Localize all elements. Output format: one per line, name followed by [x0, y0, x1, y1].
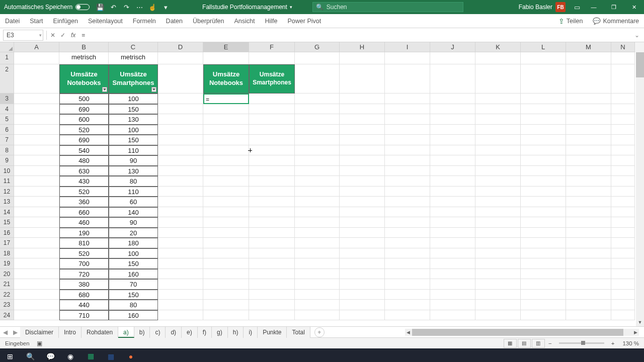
- cell-A5[interactable]: [14, 114, 59, 125]
- cell-D13[interactable]: [158, 197, 203, 207]
- cell-I1[interactable]: [385, 52, 430, 64]
- cell-M23[interactable]: [566, 300, 611, 310]
- cell-M24[interactable]: [566, 310, 611, 321]
- cell-H21[interactable]: [340, 279, 385, 290]
- sheet-tab-punkte[interactable]: Punkte: [258, 327, 287, 338]
- add-sheet-button[interactable]: +: [314, 327, 325, 337]
- cell-A1[interactable]: [14, 52, 59, 64]
- cell-F5[interactable]: [249, 114, 295, 125]
- cell-N22[interactable]: [611, 290, 635, 300]
- row-header-12[interactable]: 12: [0, 187, 14, 197]
- cell-H2[interactable]: [340, 64, 385, 94]
- cell-B2[interactable]: Umsätze Notebooks: [59, 64, 109, 94]
- cell-M7[interactable]: [566, 135, 611, 145]
- cell-K4[interactable]: [475, 104, 521, 115]
- firefox-taskbar-icon[interactable]: ●: [121, 348, 141, 362]
- cell-G15[interactable]: [295, 217, 340, 228]
- cell-J24[interactable]: [430, 310, 475, 321]
- cell-M22[interactable]: [566, 290, 611, 300]
- cell-J6[interactable]: [430, 125, 475, 135]
- cell-J17[interactable]: [430, 238, 475, 248]
- cell-M3[interactable]: [566, 94, 611, 104]
- cell-B10[interactable]: 630: [59, 166, 109, 176]
- cell-J11[interactable]: [430, 176, 475, 187]
- cell-A22[interactable]: [14, 290, 59, 300]
- cell-G24[interactable]: [295, 310, 340, 321]
- cell-F15[interactable]: [249, 217, 295, 228]
- minimize-button[interactable]: ―: [584, 0, 604, 14]
- cell-L10[interactable]: [521, 166, 566, 176]
- cell-M13[interactable]: [566, 197, 611, 207]
- cell-H10[interactable]: [340, 166, 385, 176]
- cell-G16[interactable]: [295, 228, 340, 238]
- cell-I19[interactable]: [385, 258, 430, 269]
- cell-J9[interactable]: [430, 155, 475, 166]
- cell-A4[interactable]: [14, 104, 59, 115]
- cell-N15[interactable]: [611, 217, 635, 228]
- cell-N12[interactable]: [611, 187, 635, 197]
- cell-K2[interactable]: [475, 64, 521, 94]
- cell-J13[interactable]: [430, 197, 475, 207]
- cell-M20[interactable]: [566, 269, 611, 280]
- ribbon-display-icon[interactable]: ▭: [572, 2, 582, 12]
- cell-H18[interactable]: [340, 248, 385, 259]
- start-button[interactable]: ⊞: [0, 348, 20, 362]
- cell-A16[interactable]: [14, 228, 59, 238]
- cell-C13[interactable]: 60: [109, 197, 158, 207]
- cell-C6[interactable]: 100: [109, 125, 158, 135]
- cell-B24[interactable]: 710: [59, 310, 109, 321]
- column-header-D[interactable]: D: [158, 42, 203, 52]
- cell-J3[interactable]: [430, 94, 475, 104]
- cell-F13[interactable]: [249, 197, 295, 207]
- cell-D9[interactable]: [158, 155, 203, 166]
- cell-D15[interactable]: [158, 217, 203, 228]
- cell-H9[interactable]: [340, 155, 385, 166]
- name-box[interactable]: E3▾: [3, 30, 43, 41]
- cell-J23[interactable]: [430, 300, 475, 310]
- cell-G3[interactable]: [295, 94, 340, 104]
- cell-C2[interactable]: Umsätze Smartphones: [109, 64, 158, 94]
- cell-A9[interactable]: [14, 155, 59, 166]
- cell-I3[interactable]: [385, 94, 430, 104]
- cell-G14[interactable]: [295, 207, 340, 218]
- cell-B1[interactable]: metrisch: [59, 52, 109, 64]
- cell-E18[interactable]: [203, 248, 249, 259]
- cell-G1[interactable]: [295, 52, 340, 64]
- cell-A15[interactable]: [14, 217, 59, 228]
- cell-H19[interactable]: [340, 258, 385, 269]
- search-box[interactable]: 🔍 Suchen: [312, 2, 463, 12]
- cell-L7[interactable]: [521, 135, 566, 145]
- search-taskbar-icon[interactable]: 🔍: [20, 348, 40, 362]
- column-header-N[interactable]: N: [611, 42, 635, 52]
- cell-D3[interactable]: [158, 94, 203, 104]
- cell-M1[interactable]: [566, 52, 611, 64]
- sheet-tab-intro[interactable]: Intro: [59, 327, 82, 338]
- cell-M17[interactable]: [566, 238, 611, 248]
- cell-M14[interactable]: [566, 207, 611, 218]
- cell-D5[interactable]: [158, 114, 203, 125]
- cell-K11[interactable]: [475, 176, 521, 187]
- cell-C11[interactable]: 80: [109, 176, 158, 187]
- cell-I18[interactable]: [385, 248, 430, 259]
- cell-K21[interactable]: [475, 279, 521, 290]
- comments-button[interactable]: 💬Kommentare: [588, 17, 644, 25]
- row-header-19[interactable]: 19: [0, 258, 14, 269]
- cell-I13[interactable]: [385, 197, 430, 207]
- cell-C20[interactable]: 160: [109, 269, 158, 280]
- page-break-button[interactable]: ▥: [532, 339, 545, 348]
- cell-B20[interactable]: 720: [59, 269, 109, 280]
- row-header-9[interactable]: 9: [0, 155, 14, 166]
- cell-G22[interactable]: [295, 290, 340, 300]
- save-icon[interactable]: 💾: [95, 2, 105, 12]
- cell-G4[interactable]: [295, 104, 340, 115]
- cell-H12[interactable]: [340, 187, 385, 197]
- cell-J1[interactable]: [430, 52, 475, 64]
- column-header-A[interactable]: A: [14, 42, 59, 52]
- scrollbar-thumb[interactable]: [636, 52, 644, 77]
- cell-B4[interactable]: 690: [59, 104, 109, 115]
- cell-A17[interactable]: [14, 238, 59, 248]
- sheet-tab-c)[interactable]: c): [150, 327, 166, 338]
- macro-record-icon[interactable]: ▣: [37, 340, 42, 347]
- cell-D2[interactable]: [158, 64, 203, 94]
- cell-G8[interactable]: [295, 145, 340, 156]
